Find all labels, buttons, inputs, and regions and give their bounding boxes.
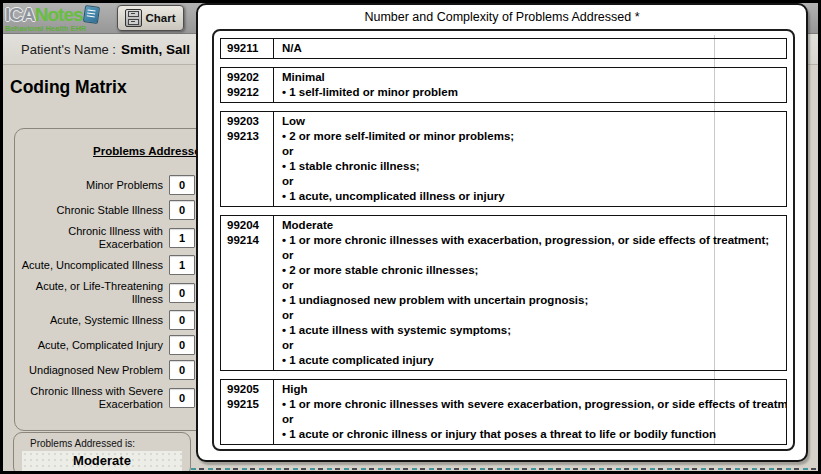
table-row: 99211 N/A	[220, 38, 787, 59]
logo-text-ica: ICA	[5, 5, 35, 24]
row-description: Minimal • 1 self-limited or minor proble…	[274, 68, 786, 102]
field-value-input[interactable]	[169, 175, 195, 195]
row-level: Moderate	[282, 218, 786, 233]
app-window: ICANotes Behavioral Health EHR Chart Pat…	[3, 3, 818, 471]
selection-dash-line	[191, 468, 818, 470]
patient-name-label: Patient's Name :	[21, 42, 116, 57]
table-row: 9920299212 Minimal • 1 self-limited or m…	[220, 67, 787, 103]
field-row: Minor Problems	[19, 175, 195, 195]
code-table: 99211 N/A 9920299212 Minimal • 1 self-li…	[212, 29, 795, 451]
page-title: Coding Matrix	[10, 77, 127, 98]
field-value-input[interactable]	[169, 388, 195, 408]
field-value-input[interactable]	[169, 335, 195, 355]
popup-title: Number and Complexity of Problems Addres…	[198, 7, 806, 28]
row-description: Low • 2 or more self-limited or minor pr…	[274, 112, 786, 206]
field-label: Chronic Illness with Exacerbation	[21, 225, 163, 250]
row-level: Minimal	[282, 70, 786, 85]
table-row: 9920499214 Moderate • 1 or more chronic …	[220, 215, 787, 371]
field-row: Undiagnosed New Problem	[19, 360, 195, 380]
row-level: High	[282, 382, 786, 397]
row-description: Moderate • 1 or more chronic illnesses w…	[274, 216, 786, 370]
field-label: Minor Problems	[21, 179, 163, 192]
field-label: Undiagnosed New Problem	[21, 364, 163, 377]
field-value-input[interactable]	[169, 360, 195, 380]
patient-name-value: Smith, Sall	[121, 42, 190, 57]
row-lines: • 1 or more chronic illnesses with sever…	[282, 397, 786, 442]
problems-addressed-title: Problems Addressed	[93, 145, 208, 157]
row-codes: 9920399213	[221, 112, 274, 206]
field-label: Chronic Stable Illness	[21, 204, 163, 217]
field-value-input[interactable]	[169, 255, 195, 275]
field-row: Chronic Illness with Severe Exacerbation	[19, 385, 195, 410]
field-label: Acute, Systemic Illness	[21, 314, 163, 327]
chart-button[interactable]: Chart	[117, 5, 184, 31]
field-value-input[interactable]	[169, 283, 195, 303]
field-label: Acute, Complicated Injury	[21, 339, 163, 352]
field-label: Acute, or Life-Threatening Illness	[21, 280, 163, 305]
chart-button-label: Chart	[146, 12, 176, 24]
field-value-input[interactable]	[169, 200, 195, 220]
row-lines: • 1 self-limited or minor problem	[282, 85, 786, 100]
row-lines: • 2 or more self-limited or minor proble…	[282, 129, 786, 204]
logo-text-notes: Notes	[35, 5, 83, 24]
logo-tagline: Behavioral Health EHR	[5, 25, 99, 33]
problems-addressed-result-box: Problems Addressed is: Moderate	[13, 432, 191, 471]
row-description: High • 1 or more chronic illnesses with …	[274, 380, 786, 444]
field-row: Acute, Systemic Illness	[19, 310, 195, 330]
field-row: Acute, or Life-Threatening Illness	[19, 280, 195, 305]
problems-complexity-popup: Number and Complexity of Problems Addres…	[196, 3, 808, 462]
notepad-icon	[82, 5, 99, 24]
field-label: Acute, Uncomplicated Illness	[21, 259, 163, 272]
field-row: Chronic Illness with Exacerbation	[19, 225, 195, 250]
field-row: Chronic Stable Illness	[19, 200, 195, 220]
row-level: N/A	[282, 41, 786, 56]
row-codes: 9920299212	[221, 68, 274, 102]
field-value-input[interactable]	[169, 228, 195, 248]
row-description: N/A	[274, 39, 786, 58]
table-row: 9920599215 High • 1 or more chronic illn…	[220, 379, 787, 445]
field-value-input[interactable]	[169, 310, 195, 330]
row-codes: 9920499214	[221, 216, 274, 370]
field-label: Chronic Illness with Severe Exacerbation	[21, 385, 163, 410]
file-cabinet-icon	[125, 9, 142, 27]
row-codes: 9920599215	[221, 380, 274, 444]
field-row: Acute, Uncomplicated Illness	[19, 255, 195, 275]
icanotes-logo: ICANotes Behavioral Health EHR	[3, 4, 105, 33]
field-row: Acute, Complicated Injury	[19, 335, 195, 355]
result-label: Problems Addressed is:	[22, 438, 182, 449]
problems-fields-list: Minor Problems Chronic Stable Illness Ch…	[19, 175, 195, 415]
row-level: Low	[282, 114, 786, 129]
result-value: Moderate	[22, 451, 182, 471]
table-row: 9920399213 Low • 2 or more self-limited …	[220, 111, 787, 207]
row-codes: 99211	[221, 39, 274, 58]
row-lines: • 1 or more chronic illnesses with exace…	[282, 233, 786, 368]
